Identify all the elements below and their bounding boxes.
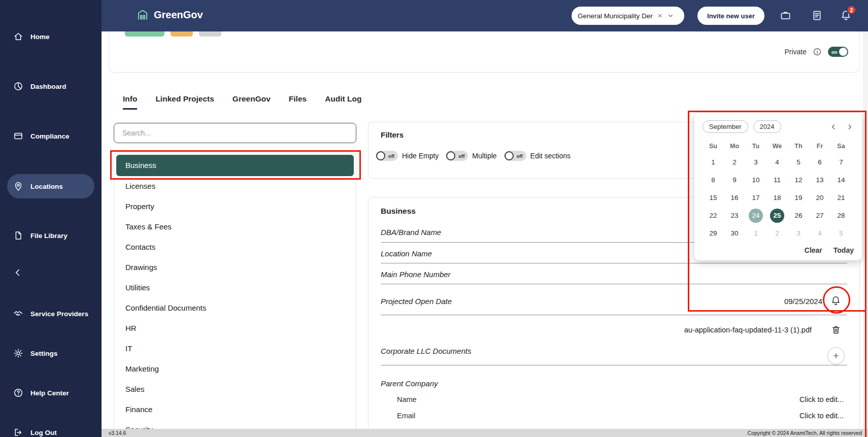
calendar-day-27[interactable]: 27 xyxy=(809,207,830,224)
tab-audit-log[interactable]: Audit Log xyxy=(325,94,361,110)
calendar-clear-button[interactable]: Clear xyxy=(805,246,822,254)
calendar-day-9[interactable]: 9 xyxy=(724,171,745,189)
section-item-property[interactable]: Property xyxy=(114,196,356,217)
calendar-day-13[interactable]: 13 xyxy=(809,171,830,189)
next-month-icon[interactable] xyxy=(846,123,854,131)
sidebar-item-compliance[interactable]: Compliance xyxy=(13,125,70,147)
calendar-day-3-muted[interactable]: 3 xyxy=(788,224,809,242)
calendar-day-20[interactable]: 20 xyxy=(809,189,830,207)
chevron-down-icon[interactable] xyxy=(667,12,674,19)
location-name-field[interactable] xyxy=(381,263,847,263)
section-item-licenses[interactable]: Licenses xyxy=(114,176,356,196)
calendar-day-12[interactable]: 12 xyxy=(788,171,809,189)
calendar-day-28[interactable]: 28 xyxy=(830,207,852,224)
section-item-business[interactable]: Business xyxy=(116,155,354,176)
section-item-contacts[interactable]: Contacts xyxy=(114,237,356,257)
tab-files[interactable]: Files xyxy=(289,94,307,110)
year-selector[interactable]: 2024 xyxy=(753,120,781,133)
document-icon[interactable] xyxy=(811,10,823,21)
filter-toggle-edit-sections[interactable]: offEdit sections xyxy=(504,151,571,161)
calendar-day-17[interactable]: 17 xyxy=(745,189,766,207)
filter-toggle-multiple[interactable]: offMultiple xyxy=(446,151,496,161)
calendar-day-header: We xyxy=(766,139,788,153)
projected-open-date-value[interactable]: 09/25/2024 xyxy=(784,297,822,306)
calendar-day-10[interactable]: 10 xyxy=(745,171,766,189)
calendar-day-5-muted[interactable]: 5 xyxy=(830,224,852,242)
section-item-it[interactable]: IT xyxy=(114,339,356,359)
corporate-llc-documents-field[interactable] xyxy=(381,365,847,365)
sidebar-item-settings[interactable]: Settings xyxy=(13,342,57,364)
section-item-finance[interactable]: Finance xyxy=(114,399,356,420)
tab-greengov[interactable]: GreenGov xyxy=(232,94,271,110)
filter-toggle-hide-empty[interactable]: offHide Empty xyxy=(376,151,439,161)
section-item-hr[interactable]: HR xyxy=(114,318,356,339)
tab-info[interactable]: Info xyxy=(123,94,137,110)
calendar-day-15[interactable]: 15 xyxy=(703,189,724,207)
delete-file-trash-icon[interactable] xyxy=(831,325,841,335)
previous-month-icon[interactable] xyxy=(829,123,838,131)
toggle-switch-off[interactable]: off xyxy=(446,151,468,161)
calendar-day-11[interactable]: 11 xyxy=(766,171,788,189)
calendar-day-4[interactable]: 4 xyxy=(766,153,788,171)
sidebar-item-log-out[interactable]: Log Out xyxy=(13,421,57,437)
sidebar-item-dashboard[interactable]: Dashboard xyxy=(13,75,66,97)
calendar-day-26[interactable]: 26 xyxy=(788,207,809,224)
invite-new-user-button[interactable]: Invite new user xyxy=(697,7,764,25)
file-icon xyxy=(13,230,23,241)
add-document-button[interactable] xyxy=(827,347,845,364)
sidebar-item-home[interactable]: Home xyxy=(13,25,50,48)
attached-file-name[interactable]: au-application-faq-updated-11-3 (1).pdf xyxy=(684,326,812,334)
calendar-day-24-range[interactable]: 24 xyxy=(745,207,766,224)
search-input[interactable] xyxy=(122,129,348,137)
section-item-marketing[interactable]: Marketing xyxy=(114,359,356,379)
parent-company-email-value[interactable]: Click to edit... xyxy=(799,412,844,420)
date-reminder-bell-icon[interactable] xyxy=(830,295,841,306)
calendar-day-22[interactable]: 22 xyxy=(703,207,724,224)
sidebar-item-help-center[interactable]: Help Center xyxy=(13,382,69,404)
sidebar-item-locations[interactable]: Locations xyxy=(7,174,94,198)
calendar-day-30[interactable]: 30 xyxy=(724,224,745,242)
calendar-today-button[interactable]: Today xyxy=(833,246,854,254)
projected-open-date-field[interactable] xyxy=(381,315,847,315)
private-toggle[interactable]: on xyxy=(828,47,848,57)
calendar-day-7[interactable]: 7 xyxy=(830,153,852,171)
calendar-day-18[interactable]: 18 xyxy=(766,189,788,207)
toggle-switch-off[interactable]: off xyxy=(504,151,526,161)
calendar-day-2[interactable]: 2 xyxy=(724,153,745,171)
tab-linked-projects[interactable]: Linked Projects xyxy=(155,94,214,110)
collapse-sidebar-button[interactable] xyxy=(12,267,23,278)
calendar-day-19[interactable]: 19 xyxy=(788,189,809,207)
month-selector[interactable]: September xyxy=(703,120,748,133)
calendar-day-14[interactable]: 14 xyxy=(830,171,852,189)
calendar-day-21[interactable]: 21 xyxy=(830,189,852,207)
org-selector[interactable]: General Municipality Der xyxy=(572,7,684,25)
calendar-day-8[interactable]: 8 xyxy=(703,171,724,189)
parent-company-name-value[interactable]: Click to edit... xyxy=(799,395,844,404)
info-icon[interactable] xyxy=(813,47,822,56)
calendar-day-29[interactable]: 29 xyxy=(703,224,724,242)
search-box[interactable] xyxy=(114,123,356,143)
calendar-day-25-selected[interactable]: 25 xyxy=(766,207,788,224)
sidebar-item-service-providers[interactable]: Service Providers xyxy=(13,302,88,325)
calendar-day-2-muted[interactable]: 2 xyxy=(766,224,788,242)
section-item-utilities[interactable]: Utilities xyxy=(114,278,356,298)
app-version: v3.14.6 xyxy=(109,430,126,436)
sidebar-item-file-library[interactable]: File Library xyxy=(13,224,68,247)
calendar-day-3[interactable]: 3 xyxy=(745,153,766,171)
notifications-bell-icon[interactable]: 2 xyxy=(840,10,852,21)
calendar-day-1[interactable]: 1 xyxy=(703,153,724,171)
calendar-day-23[interactable]: 23 xyxy=(724,207,745,224)
calendar-day-6[interactable]: 6 xyxy=(809,153,830,171)
briefcase-icon[interactable] xyxy=(780,10,791,21)
calendar-day-4-muted[interactable]: 4 xyxy=(809,224,830,242)
section-item-taxes-fees[interactable]: Taxes & Fees xyxy=(114,217,356,237)
main-phone-number-field[interactable] xyxy=(381,284,847,284)
clear-org-icon[interactable] xyxy=(657,13,663,19)
toggle-switch-off[interactable]: off xyxy=(376,151,398,161)
calendar-day-16[interactable]: 16 xyxy=(724,189,745,207)
calendar-day-5[interactable]: 5 xyxy=(788,153,809,171)
calendar-day-1-muted[interactable]: 1 xyxy=(745,224,766,242)
section-item-confidential-documents[interactable]: Confidential Documents xyxy=(114,298,356,318)
section-item-drawings[interactable]: Drawings xyxy=(114,257,356,278)
section-item-sales[interactable]: Sales xyxy=(114,379,356,399)
